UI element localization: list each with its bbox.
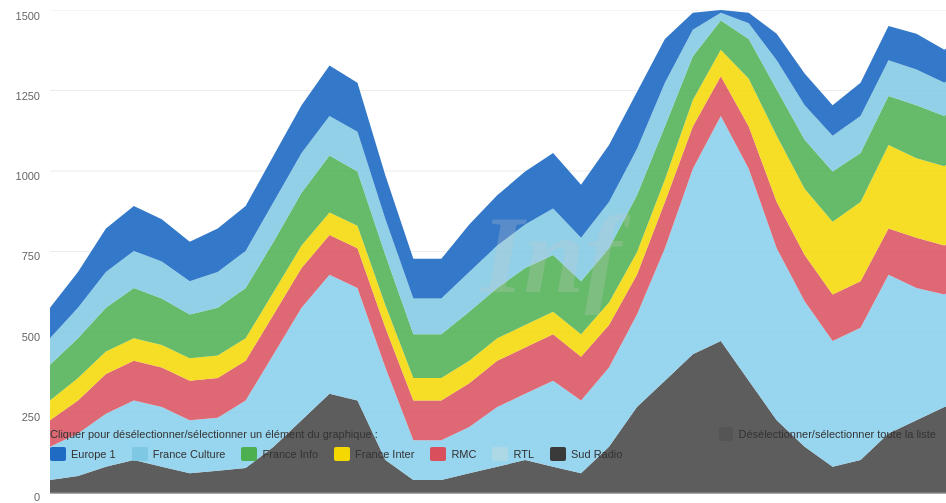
legend-row: Europe 1 France Culture France Info Fran… (50, 447, 936, 461)
y-label-1500: 1500 (16, 10, 40, 22)
instruction-row: Cliquer pour désélectionner/sélectionner… (50, 427, 936, 441)
chart-container: 1500 1250 1000 750 500 250 0 Inf (0, 0, 946, 503)
y-label-250: 250 (22, 411, 40, 423)
y-label-750: 750 (22, 250, 40, 262)
y-label-500: 500 (22, 331, 40, 343)
legend-item-rmc[interactable]: RMC (430, 447, 476, 461)
europe1-swatch (50, 447, 66, 461)
france-info-label: France Info (262, 448, 318, 460)
rmc-label: RMC (451, 448, 476, 460)
rmc-swatch (430, 447, 446, 461)
deselect-all-swatch (719, 427, 733, 441)
y-label-1000: 1000 (16, 170, 40, 182)
bottom-section: Cliquer pour désélectionner/sélectionner… (0, 423, 946, 503)
y-label-1250: 1250 (16, 90, 40, 102)
legend-item-france-info[interactable]: France Info (241, 447, 318, 461)
rtl-swatch (492, 447, 508, 461)
france-inter-label: France Inter (355, 448, 414, 460)
sud-radio-label: Sud Radio (571, 448, 622, 460)
europe1-label: Europe 1 (71, 448, 116, 460)
rtl-label: RTL (513, 448, 534, 460)
france-inter-swatch (334, 447, 350, 461)
sud-radio-swatch (550, 447, 566, 461)
legend-item-rtl[interactable]: RTL (492, 447, 534, 461)
instruction-text: Cliquer pour désélectionner/sélectionner… (50, 428, 378, 440)
france-culture-swatch (132, 447, 148, 461)
legend-item-france-inter[interactable]: France Inter (334, 447, 414, 461)
france-culture-label: France Culture (153, 448, 226, 460)
deselect-all-text[interactable]: Désélectionner/sélectionner toute la lis… (738, 428, 936, 440)
france-info-swatch (241, 447, 257, 461)
legend-item-france-culture[interactable]: France Culture (132, 447, 226, 461)
legend-item-europe1[interactable]: Europe 1 (50, 447, 116, 461)
deselect-all-container[interactable]: Désélectionner/sélectionner toute la lis… (719, 427, 936, 441)
legend-item-sud-radio[interactable]: Sud Radio (550, 447, 622, 461)
